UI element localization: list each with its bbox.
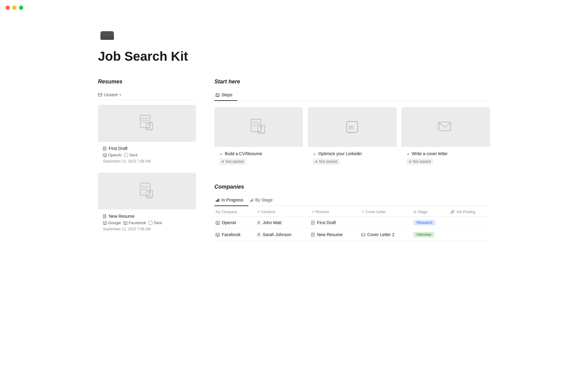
resume-card-2-meta: Google Facebook	[103, 220, 191, 225]
svg-rect-60	[217, 222, 217, 223]
tab-by-stage[interactable]: By Stage	[248, 195, 278, 206]
svg-rect-36	[124, 222, 125, 223]
svg-rect-61	[218, 222, 219, 223]
step-3-warning-icon: ▲	[406, 151, 410, 156]
maximize-button[interactable]	[19, 6, 23, 10]
doc-icon-row1	[311, 221, 315, 225]
doc-icon	[103, 147, 107, 151]
resume-card-1[interactable]: First Draft OpenAI	[98, 105, 196, 168]
svg-rect-10	[146, 123, 153, 130]
tab-steps[interactable]: Steps	[214, 90, 237, 101]
row-1-contacts-text: John Matt	[263, 220, 281, 225]
start-here-section: Start here Steps	[214, 79, 490, 169]
svg-rect-33	[105, 222, 106, 223]
row-1-stage-badge: Research	[413, 220, 435, 225]
svg-point-49	[260, 126, 262, 128]
resumes-section: Resumes Unsent ▾	[98, 79, 196, 240]
svg-rect-69	[217, 234, 217, 235]
companies-view-tabs: In Progress By Stage	[214, 195, 490, 206]
step-2-warning-icon: ▲	[313, 151, 316, 156]
table-row[interactable]: OpenAI John Matt	[214, 217, 490, 229]
row-1-resume-text: First Draft	[317, 220, 336, 225]
row-2-resume-text: New Resume	[317, 232, 343, 237]
page-title: Job Search Kit	[98, 49, 490, 64]
start-here-header: Start here	[214, 79, 490, 85]
resume-card-1-meta: OpenAI Sent	[103, 153, 191, 157]
tab-by-stage-label: By Stage	[255, 197, 273, 202]
col-resume-prefix: ↗	[311, 210, 314, 214]
row-2-cover-letter: Cover Letter 2	[360, 229, 412, 241]
step-2-status-text: Not started	[319, 159, 337, 164]
resume-doc-icon	[138, 114, 156, 132]
svg-rect-52	[439, 122, 450, 131]
step-1-title: ▲ Build a CV/Resume	[219, 151, 298, 156]
step-card-2[interactable]: in ▲ Optimize your Linkedin Not started	[308, 107, 396, 169]
col-resume-label: Resume	[315, 210, 329, 214]
svg-rect-21	[140, 183, 150, 195]
col-stage-prefix: ◎	[413, 210, 417, 214]
page-icon	[98, 25, 116, 43]
envelope-filter-icon	[98, 93, 102, 97]
svg-rect-17	[104, 155, 104, 155]
svg-rect-38	[125, 224, 126, 224]
building-icon-row1	[216, 220, 220, 225]
col-company: Aa Company	[214, 206, 255, 217]
step-3-status-text: Not started	[413, 159, 431, 164]
svg-rect-53	[216, 200, 217, 202]
step-card-3[interactable]: ▲ Write a cover letter Not started	[401, 107, 490, 169]
building-icon-row2	[216, 232, 220, 237]
row-2-company: Facebook	[214, 229, 255, 241]
companies-table-header-row: Aa Company ↗ Contacts	[214, 206, 490, 217]
resume-1-sent-text: Sent	[129, 153, 138, 157]
svg-rect-43	[217, 96, 218, 97]
traffic-lights	[6, 6, 23, 10]
resume-card-1-body: First Draft OpenAI	[98, 142, 196, 168]
row-2-stage: Interview	[412, 229, 449, 241]
bar-chart-icon-2	[250, 198, 254, 202]
row-1-company-text: OpenAI	[222, 220, 236, 225]
doc-icon-row2	[311, 233, 315, 237]
row-1-contacts: John Matt	[255, 217, 310, 229]
minimize-button[interactable]	[12, 6, 17, 10]
resume-card-2-title: New Resume	[103, 214, 191, 219]
col-stage: ◎ Stage	[412, 206, 449, 217]
step-1-body: ▲ Build a CV/Resume Not started	[214, 147, 303, 169]
svg-rect-2	[100, 32, 114, 33]
row-2-job-posting	[449, 229, 490, 241]
svg-rect-4	[100, 33, 114, 40]
row-2-cover-letter-text: Cover Letter 2	[367, 232, 394, 237]
tab-in-progress-label: In Progress	[221, 197, 243, 202]
tab-in-progress[interactable]: In Progress	[214, 195, 248, 206]
resume-card-1-title: First Draft	[103, 146, 191, 151]
resume-card-1-date: September 21, 2023 7:58 AM	[103, 159, 191, 163]
step-card-1[interactable]: ▲ Build a CV/Resume Not started	[214, 107, 303, 169]
col-contacts-label: Contacts	[261, 210, 275, 214]
cover-letter-icon-row2	[361, 232, 365, 237]
filter-chevron: ▾	[119, 93, 121, 97]
companies-section: Companies In Progress	[214, 184, 490, 241]
resume-2-sent: Sent	[149, 220, 162, 225]
step-3-body: ▲ Write a cover letter Not started	[401, 147, 490, 169]
step-3-image	[401, 107, 490, 147]
step-2-status: Not started	[313, 159, 340, 165]
content-layout: Resumes Unsent ▾	[98, 79, 490, 241]
resume-2-sent-text: Sent	[154, 220, 162, 225]
step-3-title-text: Write a cover letter	[412, 151, 448, 156]
resume-card-2[interactable]: New Resume Google	[98, 173, 196, 236]
step-2-status-dot	[315, 160, 318, 163]
building-icon-2	[103, 221, 107, 225]
col-job-posting: 🔗 Job Posting	[449, 206, 490, 217]
svg-rect-19	[104, 156, 105, 157]
tab-steps-label: Steps	[221, 92, 232, 97]
contact-icon-row1	[257, 220, 261, 225]
row-2-stage-badge: Interview	[413, 232, 434, 237]
svg-rect-42	[218, 94, 218, 95]
svg-text:in: in	[349, 124, 354, 131]
close-button[interactable]	[6, 6, 10, 10]
row-1-cover-letter	[360, 217, 412, 229]
svg-rect-54	[217, 199, 218, 202]
resumes-filter[interactable]: Unsent ▾	[98, 90, 196, 100]
svg-point-63	[258, 221, 260, 223]
col-company-prefix: Aa	[216, 210, 220, 214]
table-row[interactable]: Facebook Sarah Johnson	[214, 229, 490, 241]
